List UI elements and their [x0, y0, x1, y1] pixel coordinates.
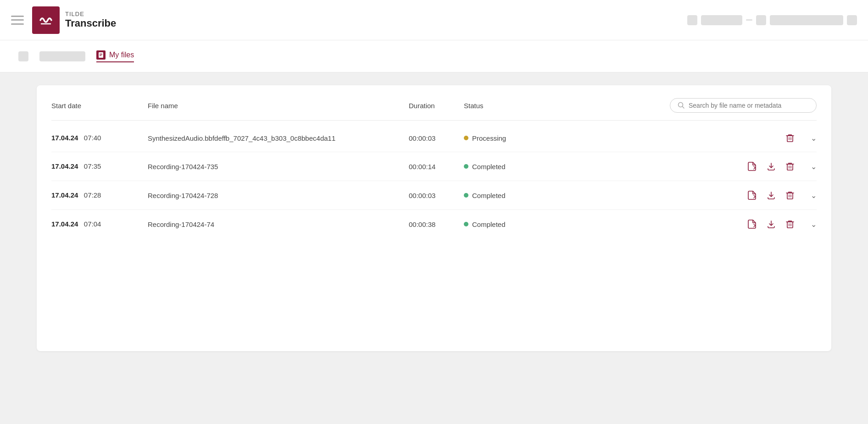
delete-button[interactable]: [785, 219, 795, 230]
action-icons: ⌄: [785, 132, 817, 143]
table-row: 17.04.24 07:04 Recording-170424-74 00:00…: [51, 210, 817, 238]
status-label: Completed: [472, 220, 506, 228]
header-icon-placeholder: [756, 15, 766, 25]
expand-button[interactable]: ⌄: [811, 162, 817, 171]
header-avatar-placeholder: [687, 15, 697, 25]
action-icons: ⌄: [746, 189, 817, 201]
download-button[interactable]: [766, 219, 777, 230]
row-filename: SynthesizedAudio.bbfdeffb_7027_4c43_b303…: [148, 134, 409, 142]
row-time-value: 07:40: [84, 134, 101, 142]
svg-rect-16: [787, 222, 793, 228]
table-body: 17.04.24 07:40 SynthesizedAudio.bbfdeffb…: [51, 124, 817, 238]
row-actions: ⌄: [556, 132, 817, 143]
table-row: 17.04.24 07:35 Recording-170424-735 00:0…: [51, 152, 817, 181]
svg-rect-13: [787, 193, 793, 199]
content-card: Start date File name Duration Status 17.…: [37, 85, 831, 351]
delete-button[interactable]: [785, 190, 795, 201]
row-time-value: 07:28: [84, 191, 101, 199]
status-dot: [464, 136, 468, 140]
header-extra-placeholder: [847, 15, 857, 25]
header-user-placeholder: [701, 15, 742, 25]
table-header: Start date File name Duration Status: [51, 98, 817, 121]
col-header-file-name: File name: [148, 102, 409, 110]
table-row: 17.04.24 07:40 SynthesizedAudio.bbfdeffb…: [51, 124, 817, 152]
delete-button[interactable]: [785, 132, 795, 143]
app-header: TILDE Transcribe: [0, 0, 868, 40]
download-button[interactable]: [766, 161, 777, 172]
status-dot: [464, 193, 468, 198]
action-icons: ⌄: [746, 160, 817, 172]
row-filename: Recording-170424-728: [148, 192, 409, 199]
status-dot: [464, 164, 468, 169]
header-right: [687, 15, 857, 25]
nav-placeholder-text: [39, 51, 85, 61]
row-date-value: 17.04.24: [51, 191, 78, 199]
row-date-value: 17.04.24: [51, 162, 78, 170]
status-dot: [464, 222, 468, 226]
row-duration: 00:00:03: [409, 192, 464, 199]
row-actions: ⌄: [556, 160, 817, 172]
nav-bar: My files: [0, 40, 868, 72]
expand-button[interactable]: ⌄: [811, 220, 817, 229]
search-icon: [678, 102, 685, 109]
table-row: 17.04.24 07:28 Recording-170424-728 00:0…: [51, 181, 817, 210]
action-icons: ⌄: [746, 218, 817, 230]
logo-icon: [37, 11, 55, 29]
row-time-value: 07:35: [84, 162, 101, 170]
row-date: 17.04.24 07:35: [51, 162, 148, 171]
brand-text: TILDE Transcribe: [65, 11, 116, 29]
tab-my-files-label: My files: [109, 51, 134, 59]
row-filename: Recording-170424-74: [148, 220, 409, 228]
row-status: Completed: [464, 163, 556, 171]
expand-button[interactable]: ⌄: [811, 191, 817, 200]
svg-rect-4: [100, 55, 101, 56]
doc-button[interactable]: [746, 218, 757, 230]
doc-button[interactable]: [746, 160, 757, 172]
main-content: Start date File name Duration Status 17.…: [0, 72, 868, 364]
col-header-start-date: Start date: [51, 102, 148, 110]
nav-placeholder-icon: [18, 51, 28, 61]
status-label: Completed: [472, 163, 506, 171]
row-duration: 00:00:14: [409, 163, 464, 171]
tab-my-files[interactable]: My files: [96, 50, 134, 62]
svg-rect-10: [787, 164, 793, 170]
col-header-status: Status: [464, 102, 556, 110]
hamburger-menu[interactable]: [11, 16, 24, 25]
row-duration: 00:00:03: [409, 134, 464, 142]
row-date-value: 17.04.24: [51, 134, 78, 142]
row-date-value: 17.04.24: [51, 220, 78, 228]
download-button[interactable]: [766, 190, 777, 201]
row-date: 17.04.24 07:28: [51, 191, 148, 199]
row-filename: Recording-170424-735: [148, 163, 409, 171]
search-input[interactable]: [689, 102, 809, 109]
row-time-value: 07:04: [84, 220, 101, 228]
col-header-duration: Duration: [409, 102, 464, 110]
row-status: Completed: [464, 220, 556, 228]
row-duration: 00:00:38: [409, 220, 464, 228]
row-actions: ⌄: [556, 218, 817, 230]
row-actions: ⌄: [556, 189, 817, 201]
svg-line-6: [683, 107, 684, 109]
search-box[interactable]: [670, 98, 817, 113]
status-label: Completed: [472, 192, 506, 199]
delete-button[interactable]: [785, 161, 795, 172]
logo-box: [32, 6, 60, 34]
svg-rect-7: [787, 136, 793, 142]
header-credits-placeholder: [770, 15, 843, 25]
header-divider: [746, 19, 752, 21]
status-label: Processing: [472, 134, 506, 142]
brand-name: TILDE: [65, 11, 116, 17]
row-date: 17.04.24 07:04: [51, 220, 148, 228]
svg-rect-2: [100, 54, 102, 54]
col-header-search: [556, 98, 817, 113]
row-status: Completed: [464, 192, 556, 199]
brand-product: Transcribe: [65, 17, 116, 29]
expand-button[interactable]: ⌄: [811, 134, 817, 143]
doc-button[interactable]: [746, 189, 757, 201]
svg-rect-3: [100, 55, 102, 55]
row-status: Processing: [464, 134, 556, 142]
row-date: 17.04.24 07:40: [51, 134, 148, 142]
files-icon: [96, 50, 106, 60]
